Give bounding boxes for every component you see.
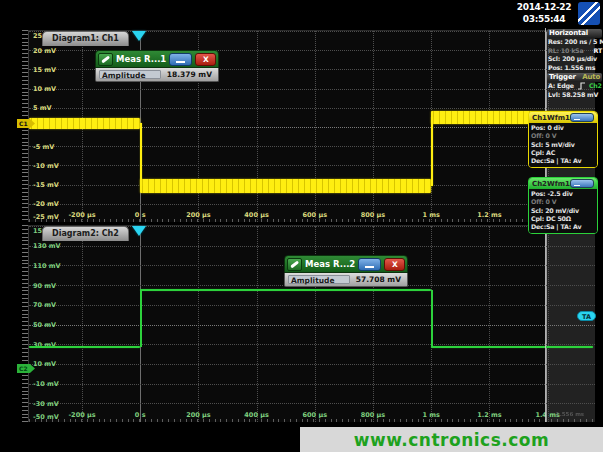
meas1-value: 18.379 mV bbox=[161, 70, 215, 79]
datetime-display: 2014-12-22 03:55:44 bbox=[513, 1, 575, 25]
meas1-result-row: Amplitude 18.379 mV bbox=[95, 68, 219, 82]
realtime-badge: RT bbox=[594, 47, 602, 56]
oscilloscope-screen: 2014-12-22 03:55:44 25 mV20 mV15 mV10 mV… bbox=[0, 0, 603, 452]
x-axis-label: -200 µs bbox=[62, 211, 102, 219]
y-axis-label: -30 mV bbox=[33, 400, 59, 408]
y-axis-label: -10 mV bbox=[33, 162, 59, 170]
minimize-icon[interactable] bbox=[570, 179, 594, 188]
y-axis-label: 90 mV bbox=[33, 282, 56, 290]
trigger-mode-badge: Auto bbox=[582, 73, 600, 82]
y-axis-label: 110 mV bbox=[33, 262, 61, 270]
minimize-icon[interactable] bbox=[570, 113, 594, 122]
trigger-level-row: Lvl:58.258 mV bbox=[547, 91, 602, 100]
x-axis-label: 400 µs bbox=[237, 411, 277, 419]
minimize-button[interactable] bbox=[358, 258, 381, 271]
trace-segment bbox=[431, 346, 593, 348]
wrench-icon bbox=[287, 258, 302, 271]
x-axis-label: 0 s bbox=[120, 411, 160, 419]
grid-line-horizontal bbox=[29, 246, 595, 247]
y-axis-label: -25 mV bbox=[33, 213, 59, 221]
trigger-section-header[interactable]: Trigger Auto bbox=[547, 73, 602, 82]
grid-line-horizontal bbox=[29, 89, 595, 90]
y-axis-label: 15 mV bbox=[33, 66, 56, 74]
y-axis-label: 70 mV bbox=[33, 301, 56, 309]
record-length-row: RL:10 kSa RT bbox=[547, 47, 602, 56]
meas2-title-bar[interactable]: Meas R...2 X bbox=[284, 255, 408, 273]
ch2wfm1-badge-header[interactable]: Ch2Wfm1 bbox=[529, 178, 597, 189]
x-axis-label: 1.2 ms bbox=[469, 211, 509, 219]
measurement-result-box-1: Meas R...1 X Amplitude 18.379 mV bbox=[95, 50, 219, 82]
ch2wfm1-signal-badge[interactable]: Ch2Wfm1 Pos: -2.5 div Off: 0 V Scl: 20 m… bbox=[528, 177, 598, 234]
resolution-row: Res:200 ns / 5 MSa/s bbox=[547, 38, 602, 47]
timebase-scale-row: Scl:200 µs/div bbox=[547, 55, 602, 64]
trace-segment bbox=[29, 118, 140, 129]
ch1wfm1-badge-header[interactable]: Ch1Wfm1 bbox=[529, 112, 597, 123]
trace-edge bbox=[140, 123, 142, 186]
tab-diagram1[interactable]: Diagram1: Ch1 bbox=[42, 31, 129, 46]
trace-segment bbox=[29, 346, 140, 348]
y-axis-label: 10 mV bbox=[33, 85, 56, 93]
meas2-label: Amplitude bbox=[288, 275, 350, 284]
trace-segment bbox=[140, 179, 431, 193]
measurement-result-box-2: Meas R...2 X Amplitude 57.708 mV bbox=[284, 255, 408, 287]
x-axis-label: 1 ms bbox=[411, 411, 451, 419]
close-button[interactable]: X bbox=[384, 258, 405, 271]
grid-line-horizontal bbox=[29, 325, 595, 326]
meas2-result-row: Amplitude 57.708 mV bbox=[284, 273, 408, 287]
x-axis-label: 600 µs bbox=[295, 411, 335, 419]
x-axis-label: 1 ms bbox=[411, 211, 451, 219]
y-axis-label: -50 mV bbox=[33, 413, 59, 421]
x-axis-label: 200 µs bbox=[178, 211, 218, 219]
y-axis-label: -5 mV bbox=[33, 143, 54, 151]
minimize-button[interactable] bbox=[169, 53, 192, 66]
trace-segment bbox=[140, 289, 431, 291]
trigger-source-row: A:Edge Ch2 bbox=[547, 82, 602, 91]
meas2-title: Meas R...2 bbox=[305, 259, 355, 269]
x-axis-label: 200 µs bbox=[178, 411, 218, 419]
ch1wfm1-badge-body: Pos: 0 div Off: 0 V Scl: 5 mV/div Cpl: A… bbox=[529, 123, 597, 167]
meas1-title: Meas R...1 bbox=[116, 54, 166, 64]
close-button[interactable]: X bbox=[195, 53, 216, 66]
x-axis-label: -200 µs bbox=[62, 411, 102, 419]
grid-line-horizontal bbox=[29, 403, 595, 404]
x-axis-label: 800 µs bbox=[353, 411, 393, 419]
time-text: 03:55:44 bbox=[513, 13, 575, 25]
trace-edge bbox=[431, 117, 433, 186]
x-axis-label: 600 µs bbox=[295, 211, 335, 219]
grid-line-horizontal bbox=[29, 146, 595, 147]
y-axis-label: 5 mV bbox=[33, 104, 52, 112]
watermark-banner: www.cntronics.com bbox=[300, 427, 603, 452]
horizontal-section-header[interactable]: Horizontal bbox=[547, 29, 602, 38]
wrench-icon bbox=[98, 53, 113, 66]
watermark-text: www.cntronics.com bbox=[354, 430, 549, 450]
timebase-position-row: Pos:1.556 ms bbox=[547, 64, 602, 73]
grid-line-horizontal bbox=[29, 344, 595, 345]
meas1-title-bar[interactable]: Meas R...1 X bbox=[95, 50, 219, 68]
y-axis-label: -15 mV bbox=[33, 181, 59, 189]
y-axis-label: 10 mV bbox=[33, 360, 56, 368]
trigger-position-marker-icon[interactable] bbox=[132, 226, 146, 236]
date-text: 2014-12-22 bbox=[513, 1, 575, 13]
grid-line-horizontal bbox=[29, 204, 595, 205]
x-axis-label: 400 µs bbox=[237, 211, 277, 219]
ch1wfm1-signal-badge[interactable]: Ch1Wfm1 Pos: 0 div Off: 0 V Scl: 5 mV/di… bbox=[528, 111, 598, 168]
x-axis-end-label: 1.556 ms bbox=[550, 411, 590, 417]
edge-trigger-icon bbox=[577, 82, 586, 90]
rohde-schwarz-logo-icon bbox=[578, 2, 600, 25]
trigger-position-marker-icon[interactable] bbox=[132, 31, 146, 41]
trigger-level-badge: TA bbox=[577, 311, 596, 321]
x-axis-label: 800 µs bbox=[353, 211, 393, 219]
title-bar: 2014-12-22 03:55:44 bbox=[0, 0, 603, 28]
tab-diagram2[interactable]: Diagram2: Ch2 bbox=[42, 226, 129, 241]
grid-line-horizontal bbox=[29, 384, 595, 385]
grid-line-horizontal bbox=[29, 108, 595, 109]
y-axis-label: -20 mV bbox=[33, 200, 59, 208]
y-axis-label: -10 mV bbox=[33, 380, 59, 388]
x-axis-label: 0 s bbox=[120, 211, 160, 219]
trace-edge bbox=[431, 290, 433, 347]
status-side-panel: Horizontal Res:200 ns / 5 MSa/s RL:10 kS… bbox=[547, 28, 602, 100]
grid-line-horizontal bbox=[29, 305, 595, 306]
trace-edge bbox=[140, 290, 142, 347]
y-axis-label: 50 mV bbox=[33, 321, 56, 329]
meas2-value: 57.708 mV bbox=[350, 275, 404, 284]
